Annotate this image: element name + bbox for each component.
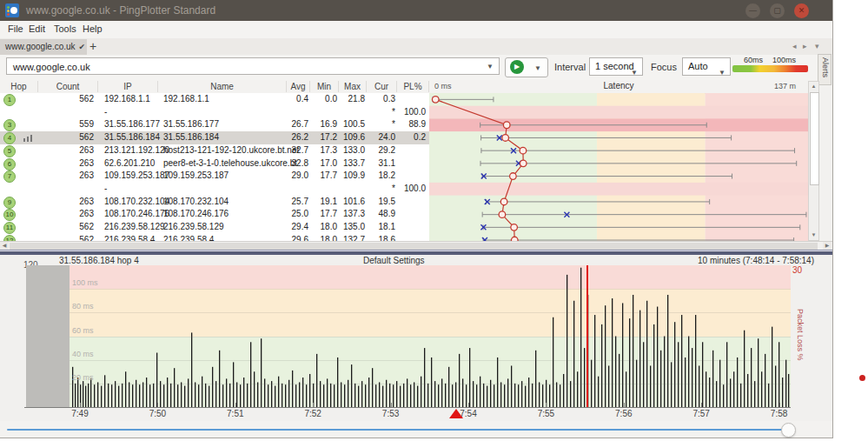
column-header-min[interactable]: Min [310, 81, 339, 92]
cell: 263 [38, 145, 94, 155]
cell: 562 [38, 222, 94, 231]
time-tick-label: 7:57 [684, 409, 719, 418]
hop-row-11[interactable]: 11562216.239.58.129216.239.58.12929.418.… [0, 221, 429, 234]
cell: 62.6.201.210 [104, 158, 155, 168]
tab-scroll-right-icon[interactable]: ▸ [803, 42, 807, 50]
scroll-right-icon[interactable]: ▶ [823, 242, 832, 250]
hop-row-2[interactable]: -*100.0 [0, 106, 429, 119]
cell: 31.1 [365, 158, 395, 168]
grid-label: 40 ms [72, 350, 94, 358]
cell: 192.168.1.1 [163, 94, 209, 104]
hop-row-12[interactable]: 12562216.239.58.4216.239.58.429.618.0132… [0, 234, 429, 241]
scroll-down-icon[interactable]: ▼ [809, 231, 818, 240]
cell: 101.6 [337, 197, 365, 206]
alerts-side-tab[interactable]: Alerts [818, 54, 832, 85]
minimize-button[interactable]: — [745, 3, 760, 18]
chevron-down-icon: ▼ [631, 64, 638, 81]
timeline-settings-label[interactable]: Default Settings [363, 256, 425, 265]
cell: 263 [38, 209, 94, 218]
scroll-left-icon[interactable]: ◀ [0, 242, 9, 250]
cell: 216.239.58.129 [163, 222, 224, 231]
hop-row-5[interactable]: 5263213.121.192.120host213-121-192-120.u… [0, 144, 429, 157]
hop-row-9[interactable]: 9263108.170.232.104108.170.232.10425.719… [0, 196, 429, 209]
timeline-plot[interactable]: 100 ms80 ms60 ms40 ms20 ms [70, 265, 791, 407]
scrollbar-thumb[interactable] [10, 243, 818, 250]
column-header-pl[interactable]: PL% [397, 81, 429, 92]
cell: 18.2 [365, 170, 395, 180]
cell: 100.0 [395, 107, 426, 117]
no-data-region [26, 265, 70, 407]
hop-row-6[interactable]: 626362.6.201.210peer8-et-3-1-0.telehouse… [0, 157, 429, 170]
hop-row-3[interactable]: 355931.55.186.17731.55.186.17726.716.910… [0, 118, 429, 131]
hop-number-badge: 12 [3, 235, 16, 241]
maximize-button[interactable]: ▢ [770, 3, 785, 18]
hop-number-badge: 3 [3, 119, 16, 131]
cell: 18.0 [310, 235, 337, 241]
hop-row-10[interactable]: 10263108.170.246.176108.170.246.17625.01… [0, 208, 429, 221]
gridline [70, 312, 791, 313]
scrollbar-thumb[interactable] [810, 92, 819, 185]
cell: 19.5 [365, 197, 395, 206]
time-tick [546, 403, 547, 407]
trace-options-dropdown-icon[interactable]: ▼ [534, 64, 541, 72]
focus-select[interactable]: Auto▼ [682, 57, 731, 76]
cell: 216.239.58.129 [104, 222, 165, 231]
timeline-scroll-slider[interactable] [0, 421, 832, 438]
scroll-up-icon[interactable]: ▲ [809, 82, 818, 91]
hop-row-8[interactable]: -*100.0 [0, 183, 429, 196]
hop-number-badge: 6 [3, 158, 16, 170]
target-dropdown-icon[interactable]: ▼ [487, 63, 494, 70]
grid-label: 20 ms [72, 373, 94, 382]
column-header-name[interactable]: Name [158, 81, 287, 92]
latency-graph[interactable] [429, 80, 808, 241]
menu-tools[interactable]: Tools [54, 23, 76, 34]
cell: 18.0 [310, 222, 337, 231]
column-header-avg[interactable]: Avg [287, 81, 310, 92]
time-tick [779, 403, 780, 407]
latency-scrollbar[interactable]: ▲ ▼ [808, 81, 819, 241]
grid-label: 80 ms [72, 302, 94, 311]
timeline-range-label[interactable]: 10 minutes (7:48:14 - 7:58:14) [608, 256, 814, 265]
interval-select[interactable]: 1 second▼ [589, 57, 643, 76]
cell: host213-121-192-120.ukcore.bt.net [163, 145, 299, 155]
time-tick [80, 403, 81, 407]
menu-edit[interactable]: Edit [29, 23, 45, 34]
packet-loss-axis-title: Packet Loss % [796, 309, 805, 396]
cell: 108.170.232.104 [104, 197, 169, 206]
cell: 32.8 [282, 158, 308, 168]
target-input[interactable]: www.google.co.uk [6, 57, 500, 75]
cell: 562 [38, 235, 94, 241]
cell: 109.9 [337, 170, 365, 180]
hop-number-badge: 9 [3, 197, 16, 209]
cell: 109.6 [337, 132, 365, 142]
tab-scroll-left-icon[interactable]: ◂ [792, 42, 797, 50]
column-header-count[interactable]: Count [38, 81, 98, 92]
cell: 0.4 [282, 94, 308, 104]
new-tab-button[interactable]: + [87, 38, 99, 54]
hop-row-4[interactable]: 456231.55.186.18431.55.186.18426.217.210… [0, 131, 429, 144]
close-button[interactable]: ✕ [794, 3, 809, 18]
cell: 109.159.253.187 [104, 170, 169, 180]
time-tick-label: 7:58 [762, 409, 797, 418]
tab-target[interactable]: www.google.co.uk✔ [0, 39, 87, 55]
gridline [70, 337, 791, 337]
hop-number-badge: 11 [3, 222, 16, 234]
cell: 562 [38, 132, 94, 142]
slider-track[interactable] [7, 429, 782, 431]
hop-row-7[interactable]: 7263109.159.253.187109.159.253.18729.017… [0, 170, 429, 183]
column-header-max[interactable]: Max [339, 81, 367, 92]
column-header-ip[interactable]: IP [98, 81, 158, 92]
menu-help[interactable]: Help [83, 23, 103, 34]
slider-handle[interactable] [781, 423, 796, 438]
focus-label: Focus [651, 62, 677, 72]
menu-file[interactable]: File [8, 23, 23, 34]
time-tick-label: 7:51 [218, 409, 253, 418]
tab-list-icon[interactable]: ▾ [815, 42, 819, 50]
start-trace-button[interactable]: ▶ [510, 60, 524, 74]
screen: www.google.co.uk - PingPlotter Standard … [0, 0, 868, 441]
gridline [70, 360, 791, 361]
column-header-cur[interactable]: Cur [367, 81, 397, 92]
column-header-hop[interactable]: Hop [0, 81, 38, 92]
recording-dot [859, 375, 865, 381]
hop-row-1[interactable]: 1562192.168.1.1192.168.1.10.40.021.80.3 [0, 93, 429, 106]
